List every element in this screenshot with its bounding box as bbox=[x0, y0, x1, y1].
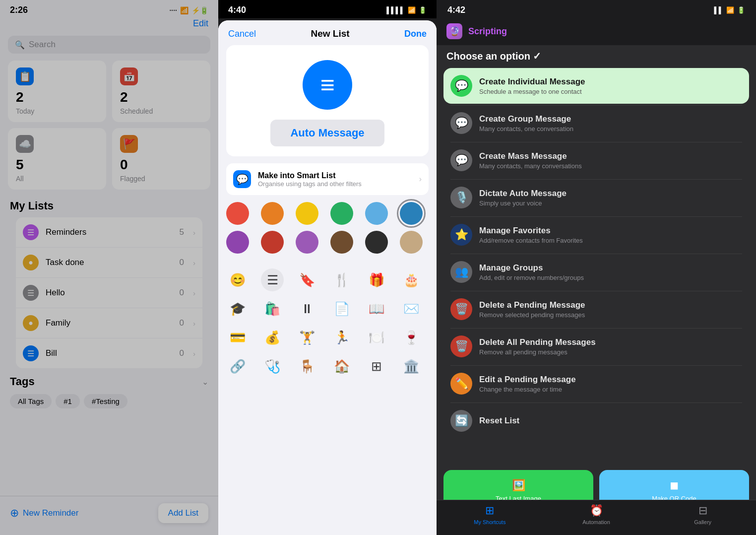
done-button[interactable]: Done bbox=[404, 29, 427, 39]
panel3-header: 🔮 Scripting bbox=[437, 19, 756, 45]
icon-smiley[interactable]: 😊 bbox=[226, 268, 249, 291]
smart-list-row[interactable]: 💬 Make into Smart List Organise using ta… bbox=[226, 163, 429, 195]
shortcuts-icon: ⊞ bbox=[485, 504, 494, 517]
option-icon-create-mass: 💬 bbox=[450, 149, 472, 171]
colors-grid bbox=[218, 202, 437, 254]
tab-shortcuts-label: My Shortcuts bbox=[474, 519, 505, 525]
cancel-button[interactable]: Cancel bbox=[228, 29, 256, 39]
option-sub-dictate: Simply use your voice bbox=[479, 200, 742, 207]
icon-run[interactable]: 🏃 bbox=[330, 326, 353, 349]
option-icon-delete-pending: 🗑️ bbox=[450, 298, 472, 320]
icon-doc[interactable]: 📄 bbox=[330, 297, 353, 320]
option-sub-edit-pending: Change the message or time bbox=[479, 386, 742, 393]
option-title-groups: Manage Groups bbox=[479, 263, 742, 273]
option-title-create-group: Create Group Message bbox=[479, 114, 742, 124]
smart-list-subtitle: Organise using tags and other filters bbox=[258, 180, 412, 188]
people-icon: 👥 bbox=[455, 266, 468, 278]
panel2-new-list: 4:40 ▌▌▌▌ 📶 🔋 Cancel New List Done ≡ Aut… bbox=[218, 0, 437, 535]
color-dark[interactable] bbox=[365, 231, 388, 254]
option-sub-favorites: Add/remove contacts from Favorites bbox=[479, 237, 742, 244]
option-create-individual[interactable]: 💬 Create Individual Message Schedule a m… bbox=[443, 68, 749, 104]
icon-grid[interactable]: ⊞ bbox=[365, 355, 388, 378]
panel2-status-icons: ▌▌▌▌ 📶 🔋 bbox=[386, 6, 427, 14]
panel2-time: 4:40 bbox=[228, 5, 246, 15]
option-sub-create-group: Many contacts, one conversation bbox=[479, 125, 742, 133]
automation-icon: ⏰ bbox=[590, 504, 603, 517]
option-icon-groups: 👥 bbox=[450, 261, 472, 283]
mass-message-icon: 💬 bbox=[455, 154, 468, 167]
icon-fork[interactable]: 🍴 bbox=[330, 268, 353, 291]
gallery-icon: ⊟ bbox=[698, 504, 707, 517]
icon-medical[interactable]: 🩺 bbox=[261, 355, 284, 378]
color-brown[interactable] bbox=[330, 231, 353, 254]
color-violet[interactable] bbox=[296, 231, 318, 254]
scripting-app-icon: 🔮 bbox=[446, 23, 462, 39]
smart-list-icon: 💬 bbox=[233, 170, 251, 188]
icon-grad[interactable]: 🎓 bbox=[226, 297, 249, 320]
icon-link[interactable]: 🔗 bbox=[226, 355, 249, 378]
color-yellow[interactable] bbox=[296, 202, 318, 225]
option-sub-delete-all: Remove all pending messages bbox=[479, 348, 742, 356]
option-text-groups: Manage Groups Add, edit or remove number… bbox=[479, 263, 742, 281]
tab-my-shortcuts[interactable]: ⊞ My Shortcuts bbox=[437, 504, 543, 525]
smart-list-text: Make into Smart List Organise using tags… bbox=[258, 171, 412, 188]
color-green[interactable] bbox=[330, 202, 353, 225]
color-blue[interactable] bbox=[400, 202, 423, 225]
option-text-delete-pending: Delete a Pending Message Remove selected… bbox=[479, 300, 742, 319]
icons-grid: 😊 ☰ 🔖 🍴 🎁 🎂 🎓 🛍️ ⏸ 📄 📖 ✉️ 💳 💰 🏋️ 🏃 🍽️ 🍷 … bbox=[218, 268, 437, 378]
option-manage-groups[interactable]: 👥 Manage Groups Add, edit or remove numb… bbox=[443, 254, 749, 290]
option-dictate[interactable]: 🎙️ Dictate Auto Message Simply use your … bbox=[443, 180, 749, 215]
icon-fitness[interactable]: 🏋️ bbox=[296, 326, 318, 349]
icon-pause[interactable]: ⏸ bbox=[296, 297, 318, 320]
icon-list[interactable]: ☰ bbox=[261, 268, 284, 291]
message-icon: 💬 bbox=[455, 79, 468, 92]
list-icon-symbol: ≡ bbox=[320, 70, 334, 99]
wifi-icon: 📶 bbox=[726, 6, 734, 14]
option-manage-favorites[interactable]: ⭐ Manage Favorites Add/remove contacts f… bbox=[443, 217, 749, 253]
color-red[interactable] bbox=[226, 202, 249, 225]
icon-mail[interactable]: ✉️ bbox=[400, 297, 423, 320]
icon-chair[interactable]: 🪑 bbox=[296, 355, 318, 378]
option-text-reset: Reset List bbox=[479, 416, 742, 426]
icon-bag[interactable]: 🛍️ bbox=[261, 297, 284, 320]
icon-dining[interactable]: 🍽️ bbox=[365, 326, 388, 349]
wifi-icon: 📶 bbox=[408, 6, 416, 14]
option-text-favorites: Manage Favorites Add/remove contacts fro… bbox=[479, 226, 742, 244]
color-crimson[interactable] bbox=[261, 231, 284, 254]
option-delete-all-pending[interactable]: 🗑️ Delete All Pending Messages Remove al… bbox=[443, 329, 749, 364]
icon-card[interactable]: 💳 bbox=[226, 326, 249, 349]
icon-cake[interactable]: 🎂 bbox=[400, 268, 423, 291]
option-sub-delete-pending: Remove selected pending messages bbox=[479, 311, 742, 319]
icon-home[interactable]: 🏠 bbox=[330, 355, 353, 378]
option-edit-pending[interactable]: ✏️ Edit a Pending Message Change the mes… bbox=[443, 366, 749, 401]
panel1-dim-overlay bbox=[0, 0, 218, 535]
option-text-create-individual: Create Individual Message Schedule a mes… bbox=[479, 77, 742, 95]
option-text-create-mass: Create Mass Message Many contacts, many … bbox=[479, 151, 742, 170]
icon-book[interactable]: 📖 bbox=[365, 297, 388, 320]
tab-gallery[interactable]: ⊟ Gallery bbox=[649, 504, 756, 525]
list-icon-preview[interactable]: ≡ bbox=[303, 60, 352, 110]
option-text-dictate: Dictate Auto Message Simply use your voi… bbox=[479, 189, 742, 207]
image-icon: 🖼️ bbox=[512, 479, 525, 492]
modal-sheet: Cancel New List Done ≡ Auto Message 💬 Ma… bbox=[218, 20, 437, 535]
color-tan[interactable] bbox=[400, 231, 423, 254]
option-title-reset: Reset List bbox=[479, 416, 742, 426]
tab-gallery-label: Gallery bbox=[694, 519, 711, 525]
trash-all-icon: 🗑️ bbox=[455, 340, 468, 353]
color-lightblue[interactable] bbox=[365, 202, 388, 225]
icon-bookmark[interactable]: 🔖 bbox=[296, 268, 318, 291]
option-delete-pending[interactable]: 🗑️ Delete a Pending Message Remove selec… bbox=[443, 291, 749, 327]
option-sub-create-individual: Schedule a message to one contact bbox=[479, 88, 742, 95]
battery-icon: 🔋 bbox=[419, 6, 427, 14]
icon-gift[interactable]: 🎁 bbox=[365, 268, 388, 291]
color-purple[interactable] bbox=[226, 231, 249, 254]
icon-building[interactable]: 🏛️ bbox=[400, 355, 423, 378]
tab-automation[interactable]: ⏰ Automation bbox=[543, 504, 650, 525]
option-create-mass[interactable]: 💬 Create Mass Message Many contacts, man… bbox=[443, 142, 749, 178]
icon-money[interactable]: 💰 bbox=[261, 326, 284, 349]
color-orange[interactable] bbox=[261, 202, 284, 225]
icon-drink[interactable]: 🍷 bbox=[400, 326, 423, 349]
option-reset-list[interactable]: 🔄 Reset List bbox=[443, 403, 749, 439]
list-name-input[interactable]: Auto Message bbox=[270, 120, 384, 146]
option-create-group[interactable]: 💬 Create Group Message Many contacts, on… bbox=[443, 105, 749, 141]
